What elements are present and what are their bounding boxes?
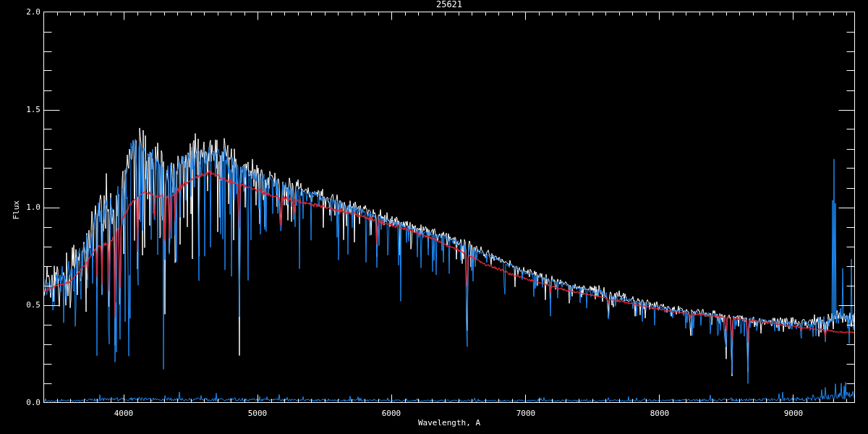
x-tick-label-9000: 9000	[768, 409, 819, 418]
x-tick-label-6000: 6000	[366, 409, 417, 418]
x-tick-label-5000: 5000	[232, 409, 283, 418]
x-tick-label-7000: 7000	[501, 409, 551, 418]
y-tick-label-00: 0.0	[12, 398, 41, 407]
spectrum-plot: 25621 2.0 1.5 1.0 0.5 0.0 4000 5000 6000…	[0, 0, 868, 434]
y-tick-label-20: 2.0	[12, 7, 41, 17]
y-tick-label-15: 1.5	[12, 105, 41, 114]
y-axis-label-box: Flux	[10, 187, 22, 233]
x-axis-label: Wavelength, A	[377, 418, 522, 427]
spectrum-canvas	[0, 0, 868, 434]
y-axis-label: Flux	[12, 200, 21, 220]
x-tick-label-8000: 8000	[634, 409, 685, 418]
y-tick-label-05: 0.5	[12, 300, 41, 310]
x-tick-label-4000: 4000	[98, 409, 149, 418]
plot-title: 25621	[377, 0, 522, 9]
